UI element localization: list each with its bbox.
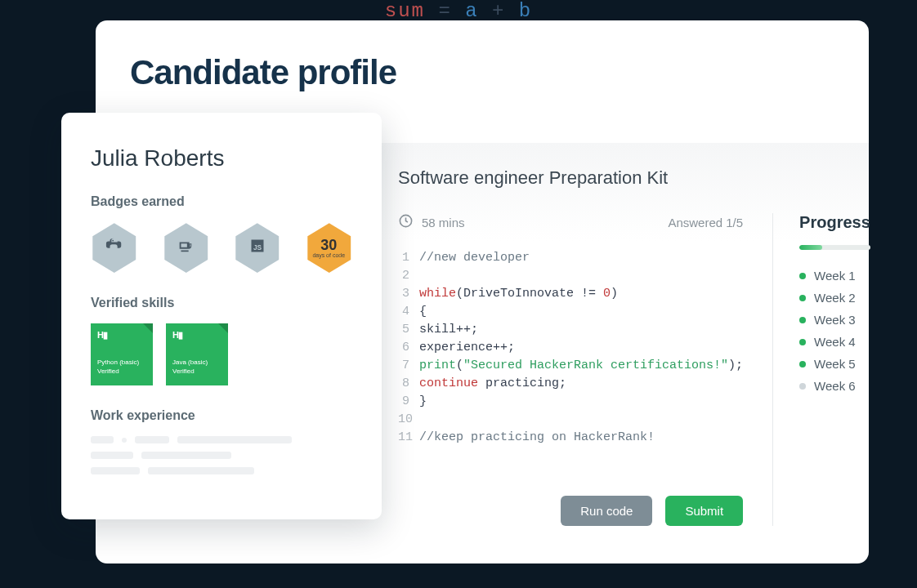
badge-30-number: 30 [312, 238, 345, 252]
week-item[interactable]: Week 3 [799, 309, 870, 331]
status-dot-icon [799, 383, 806, 390]
status-dot-icon [799, 317, 806, 323]
svg-text:JS: JS [253, 243, 262, 252]
code-line[interactable]: 8continue practicing; [398, 375, 743, 393]
week-item[interactable]: Week 1 [799, 265, 870, 287]
week-item[interactable]: Week 2 [799, 287, 870, 309]
code-line[interactable]: 6experience++; [398, 339, 743, 357]
line-content: } [419, 393, 427, 411]
line-content: experience++; [419, 339, 515, 357]
week-label: Week 3 [814, 313, 856, 327]
code-line[interactable]: 10 [398, 411, 743, 429]
status-dot-icon [799, 361, 806, 368]
skill-verified: Verified [97, 368, 146, 375]
preparation-kit-panel: Software engineer Preparation Kit 58 min… [365, 143, 869, 555]
skill-card[interactable]: H▮ Java (basic) Verified [166, 323, 228, 385]
code-line[interactable]: 7print("Secured HackerRank certification… [398, 357, 743, 375]
code-line[interactable]: 2 [398, 267, 743, 285]
line-number: 5 [398, 321, 419, 339]
line-content: continue practicing; [419, 375, 566, 393]
progress-title: Progress [799, 213, 870, 232]
clock-icon [398, 213, 414, 231]
line-number: 11 [398, 429, 419, 447]
badge-java[interactable] [163, 222, 210, 273]
code-line[interactable]: 3while(DriveToInnovate != 0) [398, 285, 743, 303]
code-editor[interactable]: 1//new developer23while(DriveToInnovate … [398, 249, 743, 447]
prep-meta-row: 58 mins Answered 1/5 [398, 213, 743, 231]
submit-button[interactable]: Submit [665, 496, 743, 526]
verified-skills-label: Verified skills [91, 296, 352, 310]
week-label: Week 6 [814, 379, 856, 393]
skill-logo: H▮ [172, 330, 221, 341]
week-label: Week 2 [814, 291, 856, 305]
progress-bar [799, 245, 870, 250]
week-item[interactable]: Week 4 [799, 331, 870, 353]
work-experience-placeholder [91, 436, 352, 474]
skill-logo: H▮ [97, 330, 146, 341]
status-dot-icon [799, 339, 806, 345]
line-content: print("Secured HackerRank certifications… [419, 357, 743, 375]
java-icon [177, 237, 195, 258]
work-experience-label: Work experience [91, 408, 352, 423]
code-line[interactable]: 5skill++; [398, 321, 743, 339]
progress-sidebar: Progress Week 1Week 2Week 3Week 4Week 5W… [772, 213, 870, 526]
answered-text: Answered 1/5 [668, 216, 743, 229]
skill-name: Java (basic) [172, 359, 221, 366]
line-number: 8 [398, 375, 419, 393]
status-dot-icon [799, 295, 806, 301]
duration-text: 58 mins [422, 216, 465, 229]
code-line[interactable]: 11//keep practicing on HackerRank! [398, 429, 743, 447]
prep-kit-title: Software engineer Preparation Kit [398, 167, 836, 189]
code-line[interactable]: 4{ [398, 303, 743, 321]
line-number: 9 [398, 393, 419, 411]
week-item[interactable]: Week 6 [799, 375, 870, 397]
line-number: 10 [398, 411, 419, 429]
line-number: 3 [398, 285, 419, 303]
badge-python[interactable] [91, 222, 138, 273]
run-code-button[interactable]: Run code [561, 496, 652, 526]
week-label: Week 5 [814, 357, 856, 371]
background-code-hint: sum = a + b [385, 0, 532, 22]
code-line[interactable]: 1//new developer [398, 249, 743, 267]
profile-card: Julia Roberts Badges earned JS 30 days o [61, 113, 382, 519]
week-label: Week 4 [814, 335, 856, 349]
week-item[interactable]: Week 5 [799, 353, 870, 375]
line-number: 1 [398, 249, 419, 267]
line-number: 7 [398, 357, 419, 375]
line-content: //keep practicing on HackerRank! [419, 429, 655, 447]
badges-row: JS 30 days of code [91, 222, 352, 273]
line-number: 6 [398, 339, 419, 357]
js-icon: JS [249, 238, 266, 257]
line-content: skill++; [419, 321, 478, 339]
line-content: //new developer [419, 249, 530, 267]
line-content: { [419, 303, 427, 321]
code-line[interactable]: 9} [398, 393, 743, 411]
badge-30-sub: days of code [312, 252, 345, 258]
candidate-name: Julia Roberts [91, 145, 352, 172]
skill-card[interactable]: H▮ Python (basic) Verified [91, 323, 153, 385]
line-content: while(DriveToInnovate != 0) [419, 285, 618, 303]
line-number: 2 [398, 267, 419, 285]
skill-verified: Verified [172, 368, 221, 375]
page-title: Candidate profile [130, 53, 834, 92]
status-dot-icon [799, 273, 806, 279]
week-label: Week 1 [814, 269, 856, 283]
badge-js[interactable]: JS [234, 222, 281, 273]
skill-name: Python (basic) [97, 359, 146, 366]
badge-30-days[interactable]: 30 days of code [306, 222, 353, 273]
python-icon [105, 237, 123, 258]
badges-label: Badges earned [91, 194, 352, 209]
line-number: 4 [398, 303, 419, 321]
